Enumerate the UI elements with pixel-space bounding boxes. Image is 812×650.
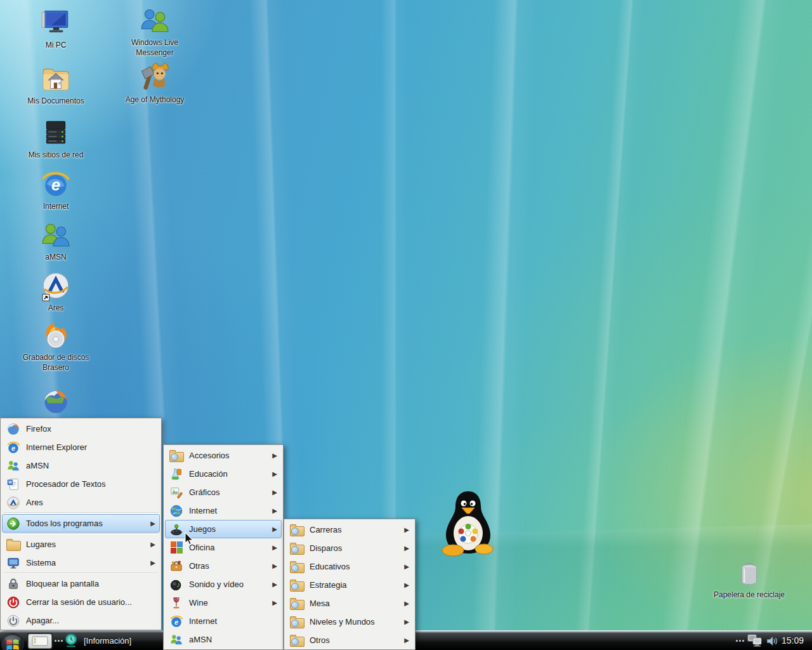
programs-submenu: Accesorios ▶ Educación ▶ Gráficos ▶ Inte… <box>163 444 284 650</box>
start-button[interactable] <box>1 632 25 650</box>
desktop-icon-firefox-partial[interactable] <box>15 385 97 418</box>
games-submenu: Carreras ▶ Disparos ▶ Educativos ▶ Estra… <box>284 519 416 650</box>
programs-item-juegos[interactable]: Juegos ▶ <box>165 520 282 538</box>
tray-clock[interactable]: 15:09 <box>782 635 804 646</box>
submenu-arrow-icon: ▶ <box>272 562 278 569</box>
desktop-icon-windows-live-messenger[interactable]: Windows Live Messenger <box>116 5 193 58</box>
wine-icon <box>169 595 184 611</box>
my-computer-icon <box>40 8 72 39</box>
start-menu-item-cerrar-sesion[interactable]: Cerrar la sesión de usuario... <box>2 593 160 611</box>
tray-volume[interactable] <box>765 634 779 648</box>
tux-linux-penguin <box>438 489 498 557</box>
mouse-cursor <box>185 532 195 547</box>
start-menu-item-procesador-de-textos[interactable]: W Procesador de Textos <box>2 475 160 493</box>
quick-launch-show-desktop[interactable] <box>28 633 52 649</box>
menu-item-label: Internet Explorer <box>26 442 156 452</box>
start-menu-item-apagar[interactable]: Apagar... <box>2 611 160 630</box>
games-item-disparos[interactable]: Disparos ▶ <box>285 539 414 557</box>
sound-video-icon: ♪ <box>169 577 184 592</box>
games-item-carreras[interactable]: Carreras ▶ <box>285 521 414 539</box>
submenu-arrow-icon: ▶ <box>404 637 410 644</box>
amsn-icon <box>40 220 72 251</box>
menu-item-label: Sonido y vídeo <box>189 580 267 589</box>
menu-item-label: Wine <box>189 598 267 607</box>
start-menu-item-lugares[interactable]: Lugares ▶ <box>2 535 160 554</box>
window-button-label: [Información] <box>84 636 131 646</box>
programs-item-internet[interactable]: Internet ▶ <box>165 501 282 520</box>
svg-text:♪: ♪ <box>176 580 180 588</box>
desktop-icon-mis-documentos[interactable]: Mis Documentos <box>15 63 97 107</box>
desktop-icon-mis-sitios-de-red[interactable]: Mis sitios de red <box>15 117 97 161</box>
programs-item-amsn[interactable]: aMSN <box>165 630 282 649</box>
menu-item-label: aMSN <box>189 635 278 644</box>
desktop-icon-ares[interactable]: Ares <box>15 270 97 314</box>
submenu-arrow-icon: ▶ <box>272 489 278 496</box>
internet-explorer-icon: e <box>6 440 21 455</box>
start-menu-item-sistema[interactable]: Sistema ▶ <box>2 554 160 572</box>
start-menu-item-amsn[interactable]: aMSN <box>2 456 160 475</box>
accessories-folder-icon <box>169 448 184 463</box>
clock-screenlet-icon <box>63 632 79 649</box>
start-menu-item-ares[interactable]: Ares <box>2 493 160 512</box>
programs-item-graficos[interactable]: Gráficos ▶ <box>165 483 282 501</box>
games-folder-icon <box>289 541 304 556</box>
amsn-icon <box>169 632 184 647</box>
volume-icon <box>765 634 779 648</box>
programs-item-accesorios[interactable]: Accesorios ▶ <box>165 446 282 465</box>
recycle-bin-icon <box>735 560 764 589</box>
clock-label: 15:09 <box>782 635 804 646</box>
games-item-educativos[interactable]: Educativos ▶ <box>285 557 414 576</box>
submenu-arrow-icon: ▶ <box>150 520 156 527</box>
desktop-icon-label: Age of Mythology <box>114 95 196 105</box>
menu-item-label: Educación <box>189 469 267 479</box>
start-menu-item-todos-los-programas[interactable]: Todos los programas ▶ <box>2 514 160 533</box>
desktop-icon-label: Mis Documentos <box>15 96 97 107</box>
tray-overflow-dots[interactable] <box>736 640 744 642</box>
start-menu-item-bloquear-la-pantalla[interactable]: Bloquear la pantalla <box>2 574 160 593</box>
logout-power-icon <box>6 595 21 610</box>
desktop-icon-brasero[interactable]: Grabador de discos Brasero <box>15 320 97 373</box>
tray-network-icon[interactable] <box>746 633 764 649</box>
games-folder-icon <box>289 522 304 538</box>
quick-launch-overflow-dots[interactable] <box>55 640 63 642</box>
svg-text:W: W <box>8 480 13 484</box>
programs-item-sonido-y-video[interactable]: ♪ Sonido y vídeo ▶ <box>165 575 282 594</box>
menu-item-label: Educativos <box>310 562 399 571</box>
graphics-icon <box>169 485 184 500</box>
network-places-icon <box>40 117 72 149</box>
menu-item-label: Apagar... <box>26 616 156 625</box>
submenu-arrow-icon: ▶ <box>404 600 410 607</box>
svg-text:e: e <box>174 618 178 626</box>
taskbar-window-button[interactable]: [Información] <box>63 632 131 649</box>
menu-item-label: Carreras <box>310 525 399 534</box>
games-item-otros[interactable]: Otros ▶ <box>285 631 414 649</box>
programs-item-wine[interactable]: Wine ▶ <box>165 594 282 612</box>
programs-item-otras[interactable]: Otras ▶ <box>165 557 282 575</box>
games-item-mesa[interactable]: Mesa ▶ <box>285 594 414 613</box>
programs-item-educacion[interactable]: Educación ▶ <box>165 465 282 483</box>
menu-item-label: Disparos <box>310 543 399 553</box>
svg-text:e: e <box>11 444 15 452</box>
games-item-niveles-y-mundos[interactable]: Niveles y Mundos ▶ <box>285 613 414 631</box>
desktop-icon-mi-pc[interactable]: Mi PC <box>15 8 97 51</box>
games-folder-icon <box>289 633 304 648</box>
desktop-icon-label: Papelera de reciclaje <box>702 590 797 600</box>
menu-item-label: Internet <box>189 506 267 515</box>
desktop-icon-papelera[interactable]: Papelera de reciclaje <box>702 560 797 600</box>
menu-item-label: Juegos <box>189 524 267 534</box>
start-menu-item-firefox[interactable]: Firefox <box>2 420 160 438</box>
education-icon <box>169 467 184 482</box>
desktop-icon-age-of-mythology[interactable]: Age of Mythology <box>114 61 196 105</box>
desktop-icon-label: Internet <box>15 202 97 212</box>
programs-item-oficina[interactable]: Oficina ▶ <box>165 538 282 557</box>
amsn-icon <box>6 458 21 474</box>
programs-item-internet-explorer[interactable]: e Internet <box>165 612 282 630</box>
desktop-icon-amsn[interactable]: aMSN <box>15 220 97 263</box>
games-item-estrategia[interactable]: Estrategia ▶ <box>285 576 414 594</box>
desktop-icon-label: Mi PC <box>15 41 97 51</box>
games-folder-icon <box>289 614 304 630</box>
desktop-icon-internet[interactable]: e Internet <box>15 169 97 212</box>
svg-text:e: e <box>51 176 60 194</box>
word-processor-icon: W <box>6 477 21 492</box>
start-menu-item-internet-explorer[interactable]: e Internet Explorer <box>2 438 160 456</box>
